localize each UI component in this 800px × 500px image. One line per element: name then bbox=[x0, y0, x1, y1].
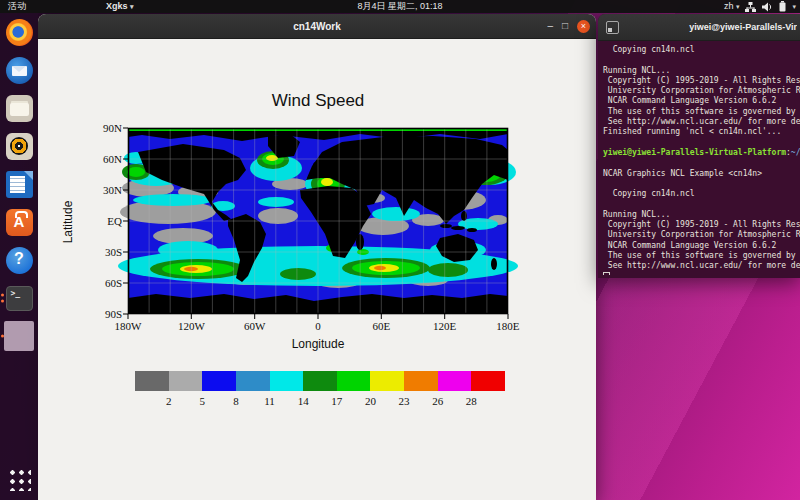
x-tick-label: 0 bbox=[315, 320, 321, 332]
dock-item-show-apps[interactable] bbox=[0, 464, 38, 494]
colorbar-cell bbox=[202, 371, 236, 391]
y-tick-labels: 90N60N30NEQ30S60S90S bbox=[86, 128, 122, 314]
terminal-line: Copying cn14n.ncl bbox=[603, 189, 800, 199]
x-tick-label: 120E bbox=[433, 320, 456, 332]
dock-item-files[interactable] bbox=[0, 93, 38, 123]
colorbar-cell bbox=[438, 371, 472, 391]
firefox-icon bbox=[6, 19, 33, 46]
help-icon bbox=[6, 247, 33, 274]
caret-down-icon: ▾ bbox=[130, 3, 134, 10]
input-method-indicator[interactable]: zh ▾ bbox=[724, 0, 740, 13]
dock-item-help[interactable] bbox=[0, 245, 38, 275]
terminal-output[interactable]: Copying cn14n.ncl Running NCL... Copyrig… bbox=[598, 41, 800, 275]
x-tick-label: 60E bbox=[372, 320, 390, 332]
dock-item-rhythmbox[interactable] bbox=[0, 131, 38, 161]
colorbar-cell bbox=[303, 371, 337, 391]
terminal-line: Finished running 'ncl < cn14n.ncl'... bbox=[603, 127, 800, 137]
terminal-line: NCAR Graphics NCL Example <cn14n> bbox=[603, 169, 800, 179]
maximize-button[interactable]: □ bbox=[562, 21, 568, 31]
network-icon bbox=[745, 2, 756, 12]
x-tick-label: 60W bbox=[244, 320, 265, 332]
terminal-line bbox=[603, 158, 800, 168]
y-tick-label: 30S bbox=[105, 246, 122, 258]
plot-window-title: cn14Work bbox=[38, 21, 596, 32]
system-tray[interactable]: zh ▾ ▾ bbox=[724, 0, 796, 13]
colorbar-cell bbox=[135, 371, 169, 391]
terminal-line bbox=[603, 272, 800, 275]
battery-icon bbox=[779, 1, 786, 12]
rhythmbox-icon bbox=[6, 133, 33, 160]
close-button[interactable]: × bbox=[577, 20, 590, 33]
terminal-window-title: yiwei@yiwei-Parallels-Vir bbox=[622, 22, 797, 32]
terminal-cursor bbox=[603, 272, 610, 275]
xgks-window-icon bbox=[4, 321, 34, 351]
top-panel: 活动 Xgks ▾ 8月4日 星期二, 01:18 zh ▾ ▾ bbox=[0, 0, 800, 13]
y-tick-label: 60S bbox=[105, 277, 122, 289]
y-axis-label: Latitude bbox=[61, 182, 75, 262]
colorbar-label: 23 bbox=[399, 395, 410, 407]
colorbar-cell bbox=[337, 371, 371, 391]
terminal-icon bbox=[6, 286, 33, 311]
clock[interactable]: 8月4日 星期二, 01:18 bbox=[357, 0, 442, 13]
colorbar-cell bbox=[270, 371, 304, 391]
figure-title: Wind Speed bbox=[128, 91, 508, 111]
colorbar-label: 2 bbox=[166, 395, 172, 407]
dock-item-firefox[interactable] bbox=[0, 17, 38, 47]
terminal-line: The use of this software is governed by bbox=[603, 251, 800, 261]
files-icon bbox=[6, 95, 33, 122]
running-indicator bbox=[1, 294, 4, 303]
caret-down-icon: ▾ bbox=[736, 3, 740, 10]
dock-item-thunderbird[interactable] bbox=[0, 55, 38, 85]
colorbar bbox=[135, 371, 505, 391]
dock bbox=[0, 13, 38, 500]
terminal-line: yiwei@yiwei-Parallels-Virtual-Platform:~… bbox=[603, 148, 800, 158]
x-tick-label: 180E bbox=[496, 320, 519, 332]
x-axis-label: Longitude bbox=[128, 337, 508, 351]
terminal-line bbox=[603, 199, 800, 209]
terminal-titlebar[interactable]: yiwei@yiwei-Parallels-Vir bbox=[598, 14, 800, 41]
x-tick-label: 120W bbox=[178, 320, 205, 332]
terminal-window-icon bbox=[606, 21, 619, 34]
colorbar-label: 17 bbox=[331, 395, 342, 407]
colorbar-cell bbox=[471, 371, 505, 391]
terminal-line bbox=[603, 179, 800, 189]
colorbar-cell bbox=[370, 371, 404, 391]
terminal-line: See http://www.ncl.ucar.edu/ for more de bbox=[603, 261, 800, 271]
terminal-line: Copying cn14n.ncl bbox=[603, 45, 800, 55]
y-tick-label: 60N bbox=[103, 153, 122, 165]
terminal-line: University Corporation for Atmospheric R bbox=[603, 86, 800, 96]
dock-item-writer[interactable] bbox=[0, 169, 38, 199]
terminal-line: See http://www.ncl.ucar.edu/ for more de bbox=[603, 117, 800, 127]
plot-window-titlebar[interactable]: cn14Work – □ × bbox=[38, 14, 596, 39]
terminal-line: NCAR Command Language Version 6.6.2 bbox=[603, 96, 800, 106]
colorbar-label: 26 bbox=[432, 395, 443, 407]
volume-icon bbox=[762, 2, 773, 12]
terminal-line: NCAR Command Language Version 6.6.2 bbox=[603, 241, 800, 251]
map-plot bbox=[128, 128, 508, 314]
y-tick-label: 90N bbox=[103, 122, 122, 134]
dock-item-terminal[interactable] bbox=[0, 283, 38, 313]
y-tick-label: 90S bbox=[105, 308, 122, 320]
colorbar-labels: 25811141720232628 bbox=[135, 395, 505, 408]
colorbar-label: 20 bbox=[365, 395, 376, 407]
writer-icon bbox=[6, 171, 33, 198]
dock-item-xgks-window[interactable] bbox=[0, 321, 38, 351]
terminal-line: Copyright (C) 1995-2019 - All Rights Res bbox=[603, 76, 800, 86]
caret-down-icon: ▾ bbox=[792, 0, 796, 13]
terminal-line: University Corporation for Atmospheric R bbox=[603, 230, 800, 240]
terminal-line: Copyright (C) 1995-2019 - All Rights Res bbox=[603, 220, 800, 230]
terminal-line: The use of this software is governed by bbox=[603, 107, 800, 117]
colorbar-label: 8 bbox=[233, 395, 239, 407]
terminal-line bbox=[603, 55, 800, 65]
software-icon bbox=[6, 209, 33, 236]
activities-button[interactable]: 活动 bbox=[8, 0, 26, 13]
y-tick-label: 30N bbox=[103, 184, 122, 196]
app-menu-xgks[interactable]: Xgks ▾ bbox=[106, 0, 134, 13]
colorbar-label: 11 bbox=[264, 395, 275, 407]
minimize-button[interactable]: – bbox=[547, 21, 553, 31]
x-tick-labels: 180W120W60W060E120E180E bbox=[128, 320, 508, 334]
colorbar-label: 28 bbox=[466, 395, 477, 407]
colorbar-label: 14 bbox=[298, 395, 309, 407]
show-apps-icon bbox=[7, 467, 31, 491]
dock-item-software[interactable] bbox=[0, 207, 38, 237]
